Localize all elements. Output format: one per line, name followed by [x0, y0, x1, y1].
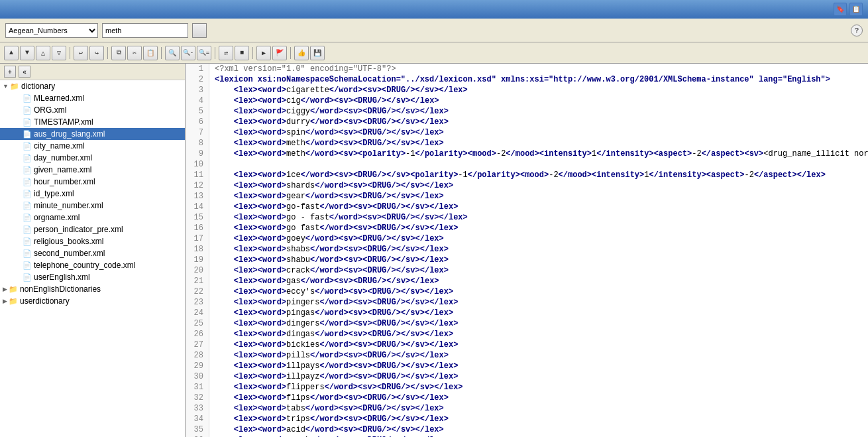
line-content: <lex><word>go - fast</word><sv><DRUG/></…: [209, 212, 468, 223]
sidebar-file-day_number.xml[interactable]: 📄day_number.xml: [0, 152, 185, 164]
code-line-26: 26 <lex><word>dingas</word><sv><DRUG/></…: [186, 329, 868, 340]
code-line-3: 3 <lex><word>cigarette</word><sv><DRUG/>…: [186, 85, 868, 95]
editor-content[interactable]: 1<?xml version="1.0" encoding="UTF-8"?>2…: [186, 64, 868, 437]
line-content: <lex><word>cig</word><sv><DRUG/></sv></l…: [209, 95, 439, 106]
folder-icon: 📁: [9, 285, 18, 294]
sidebar-file-id_type.xml[interactable]: 📄id_type.xml: [0, 188, 185, 200]
toolbar-sep-5: [252, 47, 253, 59]
toolbar-zoom-reset-btn[interactable]: 🔍=: [197, 46, 211, 60]
sidebar-collapse-btn[interactable]: «: [19, 66, 30, 78]
line-number: 5: [186, 106, 209, 117]
sidebar-file-hour_number.xml[interactable]: 📄hour_number.xml: [0, 176, 185, 188]
search-input[interactable]: [102, 23, 188, 38]
sidebar: + « ▼📁dictionary📄MLearned.xml📄ORG.xml📄TI…: [0, 64, 186, 437]
line-content: <lex><word>illpays</word><sv><DRUG/></sv…: [209, 361, 458, 371]
sidebar-file-ORG.xml[interactable]: 📄ORG.xml: [0, 104, 185, 116]
sidebar-file-userEnglish.xml[interactable]: 📄userEnglish.xml: [0, 271, 185, 283]
toolbar-cut-btn[interactable]: ✂: [127, 46, 142, 60]
code-line-7: 7 <lex><word>spin</word><sv><DRUG/></sv>…: [186, 127, 868, 138]
search-category-select[interactable]: All Aegean_Numbers: [5, 23, 98, 38]
line-content: <lex><word>pingas</word><sv><DRUG/></sv>…: [209, 308, 453, 318]
sidebar-file-religious_books.xml[interactable]: 📄religious_books.xml: [0, 235, 185, 247]
sidebar-file-given_name.xml[interactable]: 📄given_name.xml: [0, 164, 185, 176]
code-line-17: 17 <lex><word>goey</word><sv><DRUG/></sv…: [186, 233, 868, 244]
sidebar-file-minute_number.xml[interactable]: 📄minute_number.xml: [0, 200, 185, 212]
line-content: <lex><word>meth</word><sv><DRUG/></sv></…: [209, 138, 444, 149]
line-content: <lex><word>trips</word><sv><DRUG/></sv><…: [209, 414, 449, 424]
sidebar-file-telephone_country_code.xml[interactable]: 📄telephone_country_code.xml: [0, 259, 185, 271]
line-content: <lex><word>gas</word><sv><DRUG/></sv></l…: [209, 276, 439, 286]
code-line-33: 33 <lex><word>tabs</word><sv><DRUG/></sv…: [186, 403, 868, 414]
code-line-18: 18 <lex><word>shabs</word><sv><DRUG/></s…: [186, 244, 868, 255]
code-line-12: 12 <lex><word>shards</word><sv><DRUG/></…: [186, 180, 868, 191]
sidebar-add-btn[interactable]: +: [4, 66, 16, 78]
sidebar-file-city_name.xml[interactable]: 📄city_name.xml: [0, 140, 185, 152]
code-line-30: 30 <lex><word>illpayz</word><sv><DRUG/><…: [186, 371, 868, 382]
toolbar-save-btn[interactable]: 💾: [310, 46, 325, 60]
toolbar-split-btn[interactable]: ⇄: [219, 46, 233, 60]
toolbar-undo-btn[interactable]: ↩: [74, 46, 88, 60]
line-content: <lex><word>flippers</word><sv><DRUG/></s…: [209, 382, 463, 393]
line-number: 18: [186, 244, 209, 255]
sidebar-folder-userdictionary[interactable]: ▶📁userdictionary: [0, 295, 185, 307]
sidebar-file-person_indicator_pre.xml[interactable]: 📄person_indicator_pre.xml: [0, 223, 185, 235]
sidebar-file-second_number.xml[interactable]: 📄second_number.xml: [0, 247, 185, 259]
line-number: 30: [186, 371, 209, 382]
editor-area: 1<?xml version="1.0" encoding="UTF-8"?>2…: [186, 64, 868, 437]
sidebar-folder-nonEnglishDictionaries[interactable]: ▶📁nonEnglishDictionaries: [0, 283, 185, 295]
toolbar-black-btn[interactable]: ■: [235, 46, 249, 60]
line-content: [209, 159, 215, 170]
code-line-27: 27 <lex><word>bickies</word><sv><DRUG/><…: [186, 340, 868, 350]
sidebar-file-MLearned.xml[interactable]: 📄MLearned.xml: [0, 92, 185, 104]
sidebar-folder-dictionary[interactable]: ▼📁dictionary: [0, 80, 185, 92]
line-content: <lex><word>meth</word><sv><polarity>-1</…: [209, 149, 868, 159]
code-line-20: 20 <lex><word>crack</word><sv><DRUG/></s…: [186, 265, 868, 276]
tree-item-label: city_name.xml: [34, 141, 85, 151]
toolbar-up-btn[interactable]: ▲: [4, 46, 19, 60]
code-line-15: 15 <lex><word>go - fast</word><sv><DRUG/…: [186, 212, 868, 223]
file-icon: 📄: [23, 225, 32, 234]
code-line-32: 32 <lex><word>flips</word><sv><DRUG/></s…: [186, 393, 868, 403]
code-line-19: 19 <lex><word>shabu</word><sv><DRUG/></s…: [186, 255, 868, 265]
toolbar-run-btn[interactable]: ▶: [256, 46, 271, 60]
file-icon: 📄: [23, 118, 32, 127]
tree-item-label: telephone_country_code.xml: [34, 261, 135, 270]
tree-item-label: dictionary: [21, 82, 55, 91]
toolbar-copy-btn[interactable]: ⧉: [111, 46, 126, 60]
line-number: 9: [186, 149, 209, 159]
tree-item-label: aus_drug_slang.xml: [34, 129, 105, 139]
tree-item-label: given_name.xml: [34, 165, 91, 174]
code-line-22: 22 <lex><word>eccy's</word><sv><DRUG/></…: [186, 286, 868, 297]
toolbar-sep-3: [161, 47, 162, 59]
sidebar-file-aus_drug_slang.xml[interactable]: 📄aus_drug_slang.xml: [0, 128, 185, 140]
line-number: 20: [186, 265, 209, 276]
toolbar-zoom-out-btn[interactable]: 🔍-: [181, 46, 195, 60]
toolbar-paste-btn[interactable]: 📋: [143, 46, 158, 60]
code-line-5: 5 <lex><word>ciggy</word><sv><DRUG/></sv…: [186, 106, 868, 117]
line-number: 26: [186, 329, 209, 340]
code-line-35: 35 <lex><word>acid</word><sv><DRUG/></sv…: [186, 424, 868, 435]
toolbar-flag-btn[interactable]: 🚩: [272, 46, 287, 60]
code-line-14: 14 <lex><word>go-fast</word><sv><DRUG/><…: [186, 202, 868, 212]
toolbar-down-outline-btn[interactable]: ▽: [52, 46, 66, 60]
line-number: 22: [186, 286, 209, 297]
sidebar-file-TIMESTAMP.xml[interactable]: 📄TIMESTAMP.xml: [0, 116, 185, 128]
line-number: 21: [186, 276, 209, 286]
line-number: 15: [186, 212, 209, 223]
bookmark-icon[interactable]: 🔖: [834, 3, 847, 16]
file-icon: 📄: [23, 166, 32, 174]
line-content: <lex><word>cigarette</word><sv><DRUG/></…: [209, 85, 468, 95]
toolbar-down-btn[interactable]: ▼: [20, 46, 34, 60]
sidebar-file-orgname.xml[interactable]: 📄orgname.xml: [0, 212, 185, 223]
tree-item-label: minute_number.xml: [34, 201, 103, 210]
toolbar-redo-btn[interactable]: ↪: [89, 46, 104, 60]
toolbar-zoom-in-btn[interactable]: 🔍: [165, 46, 180, 60]
copy-icon[interactable]: 📋: [849, 3, 863, 16]
toolbar-up-outline-btn[interactable]: △: [36, 46, 50, 60]
help-icon[interactable]: ?: [851, 25, 863, 36]
search-button[interactable]: [192, 23, 207, 38]
search-bar: All Aegean_Numbers ?: [0, 19, 868, 42]
line-content: <lex><word>illpayz</word><sv><DRUG/></sv…: [209, 371, 458, 382]
tree-item-label: userdictionary: [20, 296, 70, 306]
toolbar-approve-btn[interactable]: 👍: [294, 46, 309, 60]
